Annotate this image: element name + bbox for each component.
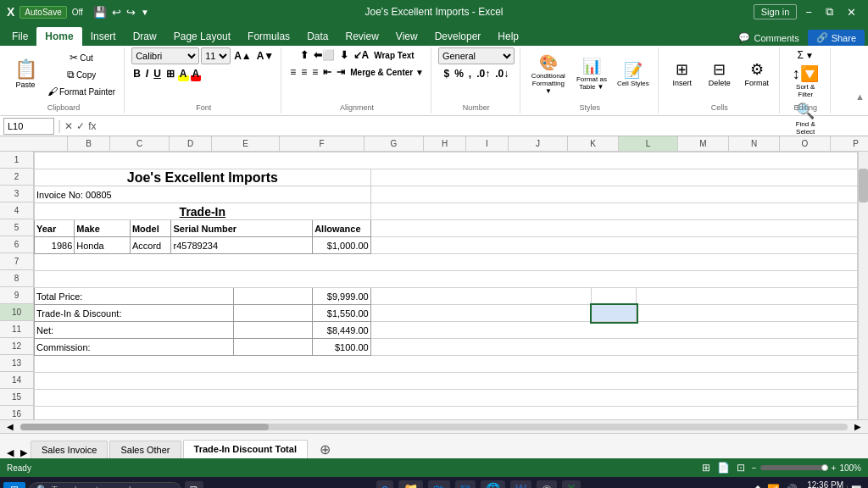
cell-r16[interactable] <box>35 407 858 420</box>
cell-r9-total-value[interactable]: $9,999.00 <box>313 288 371 305</box>
minimize-button[interactable]: − <box>800 6 817 19</box>
quick-access-more[interactable]: ▼ <box>141 8 149 17</box>
sheet-tab-sales-other[interactable]: Sales Other <box>109 441 181 458</box>
cell-r15[interactable] <box>35 390 858 407</box>
row-header-5[interactable]: 5 <box>0 219 33 236</box>
tab-home[interactable]: Home <box>36 27 81 46</box>
row-header-4[interactable]: 4 <box>0 202 33 219</box>
tab-file[interactable]: File <box>3 27 36 46</box>
align-top-button[interactable]: ⬆ <box>298 47 310 63</box>
row-header-13[interactable]: 13 <box>0 355 33 372</box>
col-header-n[interactable]: N <box>729 136 780 151</box>
zoom-out-icon[interactable]: − <box>752 463 757 473</box>
cell-r8[interactable] <box>35 271 858 288</box>
restore-button[interactable]: ⧉ <box>821 5 838 19</box>
close-button[interactable]: ✕ <box>842 6 861 19</box>
taskbar-store-icon[interactable]: 🛍 <box>428 480 450 488</box>
cell-r10-tradein-value[interactable]: $1,550.00 <box>313 305 371 322</box>
view-pagebreak-icon[interactable]: ⊡ <box>737 462 745 474</box>
format-painter-button[interactable]: 🖌Format Painter <box>44 84 119 99</box>
col-header-m[interactable]: M <box>678 136 729 151</box>
cell-r9-rest[interactable] <box>370 288 592 305</box>
zoom-in-icon[interactable]: + <box>832 463 837 473</box>
decimal-increase-button[interactable]: .0↑ <box>475 66 492 81</box>
scroll-right-icon[interactable]: ▶ <box>851 422 865 431</box>
delete-button[interactable]: ⊟ Delete <box>703 60 737 89</box>
cell-r12-commission-value[interactable]: $100.00 <box>313 339 371 356</box>
cell-r2-rest[interactable] <box>370 169 857 186</box>
bold-button[interactable]: B <box>131 66 142 81</box>
autosave-badge[interactable]: AutoSave <box>19 6 66 19</box>
cell-r3-invoice-no[interactable]: Invoice No: 00805 <box>35 186 371 203</box>
view-normal-icon[interactable]: ⊞ <box>702 462 710 474</box>
font-size-select[interactable]: 11 <box>201 47 231 64</box>
cell-r9-right[interactable] <box>637 288 858 305</box>
tab-review[interactable]: Review <box>337 27 387 46</box>
cell-r1[interactable] <box>35 152 858 169</box>
row-header-16[interactable]: 16 <box>0 406 33 419</box>
save-icon[interactable]: 💾 <box>93 6 107 19</box>
taskbar-mail-icon[interactable]: ✉ <box>455 480 476 488</box>
orientation-button[interactable]: ↙A <box>352 47 371 63</box>
col-header-b[interactable]: B <box>68 136 110 151</box>
cell-r4-trade-in[interactable]: Trade-In <box>35 203 371 220</box>
italic-button[interactable]: I <box>144 66 150 81</box>
align-left-button[interactable]: ≡ <box>288 64 298 80</box>
row-header-2[interactable]: 2 <box>0 169 33 186</box>
font-increase-button[interactable]: A▲ <box>232 48 253 64</box>
cell-r4-rest[interactable] <box>370 203 857 220</box>
row-header-7[interactable]: 7 <box>0 253 33 270</box>
scroll-left-icon[interactable]: ◀ <box>3 422 17 431</box>
name-box[interactable] <box>3 118 54 135</box>
cell-r11-rest[interactable] <box>370 322 857 339</box>
cell-r6-rest[interactable] <box>370 237 857 254</box>
cell-r11-empty[interactable] <box>234 322 313 339</box>
format-as-table-button[interactable]: 📊 Format asTable ▼ <box>573 57 610 92</box>
cell-r12-rest[interactable] <box>370 339 857 356</box>
tab-help[interactable]: Help <box>489 27 527 46</box>
taskbar-clock[interactable]: 12:36 PM 10/17/2019 <box>801 480 843 488</box>
tab-view[interactable]: View <box>387 27 426 46</box>
tab-insert[interactable]: Insert <box>82 27 125 46</box>
border-button[interactable]: ⊞ <box>164 66 176 81</box>
comments-button[interactable]: 💬 Comments <box>730 30 807 46</box>
cell-r5-make[interactable]: Make <box>75 220 131 237</box>
cell-r10-rest[interactable] <box>370 305 592 322</box>
view-layout-icon[interactable]: 📄 <box>717 462 730 474</box>
insert-button[interactable]: ⊞ Insert <box>665 60 699 89</box>
col-header-j[interactable]: J <box>509 136 568 151</box>
col-header-h[interactable]: H <box>424 136 466 151</box>
cell-r10-tradein-label[interactable]: Trade-In & Discount: <box>35 305 234 322</box>
row-header-8[interactable]: 8 <box>0 270 33 287</box>
comma-button[interactable]: , <box>467 66 473 81</box>
taskbar-excel-icon[interactable]: X <box>562 480 580 488</box>
merge-center-button[interactable]: Merge & Center ▼ <box>348 64 426 80</box>
redo-icon[interactable]: ↪ <box>126 6 136 19</box>
cell-r5-model[interactable]: Model <box>130 220 171 237</box>
add-sheet-button[interactable]: ⊕ <box>313 441 337 458</box>
sign-in-button[interactable]: Sign in <box>754 4 798 19</box>
font-color-button[interactable]: A <box>191 66 202 81</box>
start-button[interactable]: ⊞ <box>3 482 25 488</box>
undo-icon[interactable]: ↩ <box>112 6 121 19</box>
col-header-i[interactable]: I <box>466 136 509 151</box>
notification-icon[interactable]: ⬆ <box>754 484 762 488</box>
tab-page-layout[interactable]: Page Layout <box>165 27 239 46</box>
cut-button[interactable]: ✂Cut <box>44 50 119 65</box>
cell-r10-right[interactable] <box>637 305 858 322</box>
cell-r10-l[interactable] <box>592 305 637 322</box>
number-format-select[interactable]: General <box>438 47 515 64</box>
taskbar-explorer-icon[interactable]: 📁 <box>398 480 423 488</box>
vertical-scrollbar[interactable] <box>858 152 868 419</box>
horizontal-scrollbar[interactable]: ◀ ▶ <box>0 419 868 433</box>
font-decrease-button[interactable]: A▼ <box>255 48 276 64</box>
fill-color-button[interactable]: A <box>178 66 189 81</box>
cell-r6-serial[interactable]: r45789234 <box>171 237 313 254</box>
col-header-g[interactable]: G <box>364 136 424 151</box>
share-button[interactable]: 🔗 Share <box>808 30 865 46</box>
taskbar-task-view[interactable]: ⧉ <box>185 481 203 489</box>
underline-button[interactable]: U <box>152 66 163 81</box>
taskbar-edge-icon[interactable]: e <box>376 480 393 488</box>
cell-r6-year[interactable]: 1986 <box>35 237 75 254</box>
cell-r6-model[interactable]: Accord <box>130 237 171 254</box>
